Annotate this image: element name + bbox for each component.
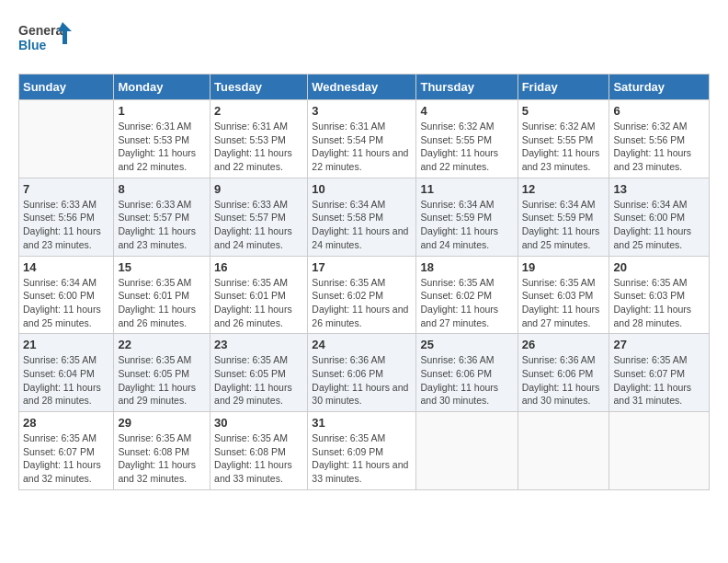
- day-number: 7: [23, 182, 109, 196]
- calendar-cell: 22Sunrise: 6:35 AMSunset: 6:05 PMDayligh…: [114, 334, 210, 412]
- day-info: Sunrise: 6:32 AMSunset: 5:55 PMDaylight:…: [522, 120, 606, 174]
- week-row-2: 7Sunrise: 6:33 AMSunset: 5:56 PMDaylight…: [19, 178, 710, 256]
- day-info: Sunrise: 6:34 AMSunset: 5:59 PMDaylight:…: [522, 198, 606, 252]
- day-info: Sunrise: 6:31 AMSunset: 5:54 PMDaylight:…: [312, 120, 412, 174]
- day-info: Sunrise: 6:35 AMSunset: 6:07 PMDaylight:…: [23, 431, 109, 486]
- day-info: Sunrise: 6:35 AMSunset: 6:04 PMDaylight:…: [23, 353, 109, 408]
- day-number: 14: [23, 260, 109, 274]
- calendar-cell: 26Sunrise: 6:36 AMSunset: 6:06 PMDayligh…: [518, 334, 609, 412]
- day-info: Sunrise: 6:35 AMSunset: 6:03 PMDaylight:…: [613, 276, 705, 330]
- header-day-saturday: Saturday: [609, 75, 710, 100]
- calendar-cell: [609, 412, 710, 490]
- day-info: Sunrise: 6:33 AMSunset: 5:57 PMDaylight:…: [118, 198, 206, 252]
- day-number: 4: [420, 104, 513, 118]
- day-number: 15: [118, 260, 206, 274]
- day-info: Sunrise: 6:35 AMSunset: 6:05 PMDaylight:…: [118, 353, 206, 408]
- logo-svg: GeneralBlue: [18, 18, 74, 59]
- calendar-cell: 13Sunrise: 6:34 AMSunset: 6:00 PMDayligh…: [609, 178, 710, 256]
- calendar-cell: 20Sunrise: 6:35 AMSunset: 6:03 PMDayligh…: [609, 256, 710, 334]
- header-day-tuesday: Tuesday: [210, 75, 308, 100]
- calendar-cell: 1Sunrise: 6:31 AMSunset: 5:53 PMDaylight…: [114, 100, 210, 178]
- day-info: Sunrise: 6:33 AMSunset: 5:56 PMDaylight:…: [23, 198, 109, 252]
- calendar-cell: 10Sunrise: 6:34 AMSunset: 5:58 PMDayligh…: [308, 178, 416, 256]
- logo: GeneralBlue: [18, 18, 74, 59]
- day-info: Sunrise: 6:34 AMSunset: 5:59 PMDaylight:…: [420, 198, 513, 252]
- header-row: SundayMondayTuesdayWednesdayThursdayFrid…: [19, 75, 710, 100]
- day-number: 28: [23, 416, 109, 430]
- calendar-body: 1Sunrise: 6:31 AMSunset: 5:53 PMDaylight…: [19, 100, 710, 490]
- day-number: 23: [214, 338, 303, 351]
- day-number: 19: [522, 260, 606, 274]
- day-info: Sunrise: 6:32 AMSunset: 5:56 PMDaylight:…: [613, 120, 705, 174]
- calendar-cell: 29Sunrise: 6:35 AMSunset: 6:08 PMDayligh…: [114, 412, 210, 490]
- calendar-cell: [518, 412, 609, 490]
- calendar-cell: 3Sunrise: 6:31 AMSunset: 5:54 PMDaylight…: [308, 100, 416, 178]
- calendar-cell: 15Sunrise: 6:35 AMSunset: 6:01 PMDayligh…: [114, 256, 210, 334]
- day-number: 17: [312, 260, 412, 274]
- calendar-cell: 12Sunrise: 6:34 AMSunset: 5:59 PMDayligh…: [518, 178, 609, 256]
- day-number: 22: [118, 338, 206, 351]
- calendar-cell: 21Sunrise: 6:35 AMSunset: 6:04 PMDayligh…: [19, 334, 114, 412]
- calendar-cell: 28Sunrise: 6:35 AMSunset: 6:07 PMDayligh…: [19, 412, 114, 490]
- calendar-cell: 6Sunrise: 6:32 AMSunset: 5:56 PMDaylight…: [609, 100, 710, 178]
- calendar-table: SundayMondayTuesdayWednesdayThursdayFrid…: [18, 74, 710, 490]
- day-info: Sunrise: 6:31 AMSunset: 5:53 PMDaylight:…: [118, 120, 206, 174]
- day-info: Sunrise: 6:36 AMSunset: 6:06 PMDaylight:…: [312, 353, 412, 408]
- day-number: 27: [613, 338, 705, 351]
- day-number: 8: [118, 182, 206, 196]
- week-row-5: 28Sunrise: 6:35 AMSunset: 6:07 PMDayligh…: [19, 412, 710, 490]
- page-header: GeneralBlue: [18, 18, 710, 59]
- calendar-cell: 24Sunrise: 6:36 AMSunset: 6:06 PMDayligh…: [308, 334, 416, 412]
- day-number: 29: [118, 416, 206, 430]
- day-number: 18: [420, 260, 513, 274]
- calendar-cell: 19Sunrise: 6:35 AMSunset: 6:03 PMDayligh…: [518, 256, 609, 334]
- day-info: Sunrise: 6:35 AMSunset: 6:05 PMDaylight:…: [214, 353, 303, 408]
- calendar-cell: 18Sunrise: 6:35 AMSunset: 6:02 PMDayligh…: [416, 256, 518, 334]
- day-info: Sunrise: 6:31 AMSunset: 5:53 PMDaylight:…: [214, 120, 303, 174]
- day-info: Sunrise: 6:35 AMSunset: 6:01 PMDaylight:…: [214, 276, 303, 330]
- day-info: Sunrise: 6:32 AMSunset: 5:55 PMDaylight:…: [420, 120, 513, 174]
- header-day-wednesday: Wednesday: [308, 75, 416, 100]
- day-number: 20: [613, 260, 705, 274]
- day-number: 13: [613, 182, 705, 196]
- calendar-cell: 31Sunrise: 6:35 AMSunset: 6:09 PMDayligh…: [308, 412, 416, 490]
- calendar-cell: 17Sunrise: 6:35 AMSunset: 6:02 PMDayligh…: [308, 256, 416, 334]
- calendar-cell: 5Sunrise: 6:32 AMSunset: 5:55 PMDaylight…: [518, 100, 609, 178]
- header-day-thursday: Thursday: [416, 75, 518, 100]
- day-info: Sunrise: 6:35 AMSunset: 6:07 PMDaylight:…: [613, 353, 705, 408]
- calendar-cell: 2Sunrise: 6:31 AMSunset: 5:53 PMDaylight…: [210, 100, 308, 178]
- svg-text:Blue: Blue: [18, 38, 47, 52]
- day-info: Sunrise: 6:35 AMSunset: 6:02 PMDaylight:…: [312, 276, 412, 330]
- day-number: 16: [214, 260, 303, 274]
- day-number: 1: [118, 104, 206, 118]
- day-number: 5: [522, 104, 606, 118]
- day-info: Sunrise: 6:36 AMSunset: 6:06 PMDaylight:…: [522, 353, 606, 408]
- calendar-cell: 14Sunrise: 6:34 AMSunset: 6:00 PMDayligh…: [19, 256, 114, 334]
- day-number: 31: [312, 416, 412, 430]
- calendar-cell: 27Sunrise: 6:35 AMSunset: 6:07 PMDayligh…: [609, 334, 710, 412]
- calendar-cell: 30Sunrise: 6:35 AMSunset: 6:08 PMDayligh…: [210, 412, 308, 490]
- week-row-3: 14Sunrise: 6:34 AMSunset: 6:00 PMDayligh…: [19, 256, 710, 334]
- day-number: 10: [312, 182, 412, 196]
- day-info: Sunrise: 6:35 AMSunset: 6:01 PMDaylight:…: [118, 276, 206, 330]
- day-info: Sunrise: 6:35 AMSunset: 6:09 PMDaylight:…: [312, 431, 412, 486]
- day-info: Sunrise: 6:35 AMSunset: 6:08 PMDaylight:…: [214, 431, 303, 486]
- day-info: Sunrise: 6:34 AMSunset: 6:00 PMDaylight:…: [23, 276, 109, 330]
- calendar-cell: 8Sunrise: 6:33 AMSunset: 5:57 PMDaylight…: [114, 178, 210, 256]
- day-number: 25: [420, 338, 513, 351]
- calendar-cell: 25Sunrise: 6:36 AMSunset: 6:06 PMDayligh…: [416, 334, 518, 412]
- calendar-header: SundayMondayTuesdayWednesdayThursdayFrid…: [19, 75, 710, 100]
- header-day-sunday: Sunday: [19, 75, 114, 100]
- calendar-cell: 11Sunrise: 6:34 AMSunset: 5:59 PMDayligh…: [416, 178, 518, 256]
- calendar-cell: 23Sunrise: 6:35 AMSunset: 6:05 PMDayligh…: [210, 334, 308, 412]
- header-day-friday: Friday: [518, 75, 609, 100]
- day-number: 3: [312, 104, 412, 118]
- calendar-cell: 7Sunrise: 6:33 AMSunset: 5:56 PMDaylight…: [19, 178, 114, 256]
- day-number: 21: [23, 338, 109, 351]
- day-number: 30: [214, 416, 303, 430]
- day-info: Sunrise: 6:35 AMSunset: 6:02 PMDaylight:…: [420, 276, 513, 330]
- week-row-4: 21Sunrise: 6:35 AMSunset: 6:04 PMDayligh…: [19, 334, 710, 412]
- calendar-cell: 9Sunrise: 6:33 AMSunset: 5:57 PMDaylight…: [210, 178, 308, 256]
- calendar-cell: [416, 412, 518, 490]
- day-info: Sunrise: 6:35 AMSunset: 6:03 PMDaylight:…: [522, 276, 606, 330]
